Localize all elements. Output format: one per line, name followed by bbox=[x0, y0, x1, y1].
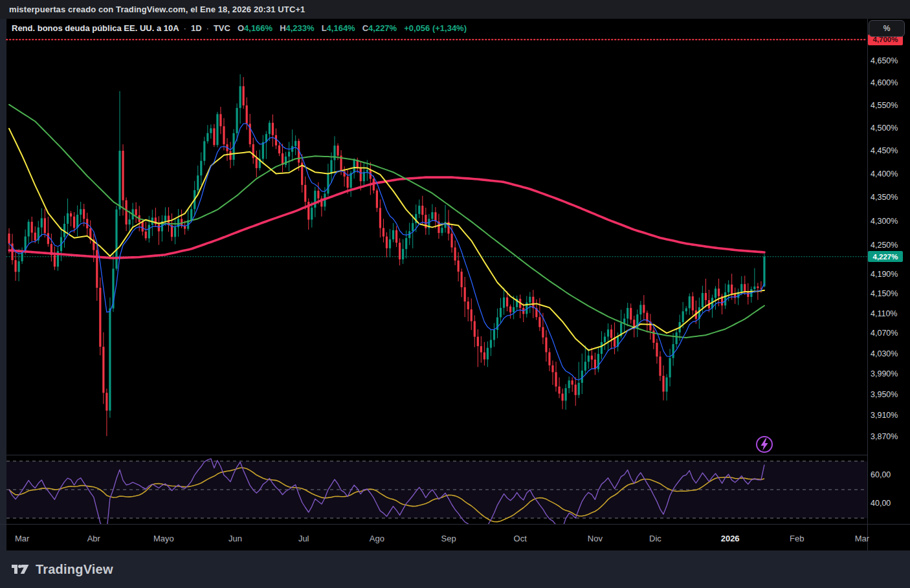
time-tick-label: Abr bbox=[87, 534, 100, 543]
rsi-tick-label: 40,00 bbox=[871, 499, 891, 508]
time-tick-label: Dic bbox=[649, 534, 661, 543]
time-tick-label: Oct bbox=[514, 534, 527, 543]
last-price-label: 4,227% bbox=[868, 251, 903, 262]
legend-separator: · bbox=[184, 23, 186, 33]
candles bbox=[8, 74, 765, 436]
time-tick-label: Mar bbox=[855, 534, 869, 543]
interval-label[interactable]: 1D bbox=[191, 23, 202, 33]
price-tick-label: 3,910% bbox=[871, 411, 898, 420]
time-tick-label: Mar bbox=[15, 534, 29, 543]
tradingview-chart-screenshot: misterpuertas creado con TradingView.com… bbox=[0, 0, 910, 588]
high-key: H bbox=[280, 23, 285, 33]
price-tick-label: 3,990% bbox=[871, 369, 898, 378]
price-tick-label: 4,070% bbox=[871, 329, 898, 338]
low-key: L bbox=[322, 23, 327, 33]
price-tick-label: 4,030% bbox=[871, 349, 898, 358]
time-tick-label: Jun bbox=[228, 534, 242, 543]
time-tick-label: Feb bbox=[790, 534, 804, 543]
symbol-title[interactable]: Rend. bonos deuda pública EE. UU. a 10A bbox=[12, 23, 179, 33]
price-tick-label: 3,870% bbox=[871, 432, 898, 441]
price-tick-label: 4,450% bbox=[871, 146, 898, 155]
price-tick-label: 4,400% bbox=[871, 169, 898, 179]
price-tick-label: 4,250% bbox=[871, 241, 898, 250]
attribution-bar: misterpuertas creado con TradingView.com… bbox=[0, 0, 910, 19]
exchange-label: TVC bbox=[214, 23, 230, 33]
horizontal-lines bbox=[6, 39, 867, 257]
legend-separator: · bbox=[206, 23, 209, 33]
tradingview-wordmark: TradingView bbox=[36, 562, 113, 577]
change-value: +0,056 (+1,34%) bbox=[404, 23, 467, 33]
tradingview-mark-icon bbox=[10, 561, 30, 577]
percent-scale-button[interactable]: % bbox=[869, 20, 905, 37]
rsi-tick-label: 60,00 bbox=[871, 470, 891, 479]
price-tick-label: 4,600% bbox=[871, 78, 898, 87]
chart-canvas[interactable] bbox=[0, 0, 910, 588]
time-tick-label: 2026 bbox=[721, 534, 740, 543]
price-tick-label: 4,350% bbox=[871, 193, 898, 202]
attribution-text: misterpuertas creado con TradingView.com… bbox=[9, 5, 305, 14]
price-tick-label: 4,550% bbox=[871, 101, 898, 110]
high-value: 4,233% bbox=[286, 23, 315, 33]
price-tick-label: 4,650% bbox=[871, 56, 898, 65]
time-tick-label: Ago bbox=[370, 534, 384, 543]
open-value: 4,166% bbox=[244, 23, 272, 33]
symbol-legend[interactable]: Rend. bonos deuda pública EE. UU. a 10A … bbox=[12, 23, 467, 33]
price-tick-label: 4,500% bbox=[871, 124, 898, 133]
price-tick-label: 4,110% bbox=[871, 309, 897, 318]
open-key: O bbox=[238, 23, 244, 33]
lightning-boost-icon[interactable] bbox=[755, 435, 773, 453]
close-key: C bbox=[362, 23, 368, 33]
ma-green-line bbox=[9, 105, 764, 338]
close-value: 4,227% bbox=[368, 23, 397, 33]
price-tick-label: 4,150% bbox=[871, 289, 898, 298]
time-tick-label: Jul bbox=[298, 534, 309, 543]
time-tick-label: Nov bbox=[588, 534, 603, 543]
tradingview-logo[interactable]: TradingView bbox=[10, 561, 113, 577]
price-tick-label: 3,950% bbox=[871, 390, 898, 399]
left-margin bbox=[0, 19, 6, 550]
time-tick-label: Mayo bbox=[153, 534, 174, 543]
price-tick-label: 4,300% bbox=[871, 217, 898, 226]
brand-bar: TradingView bbox=[0, 550, 910, 588]
time-tick-label: Sep bbox=[441, 534, 456, 543]
low-value: 4,164% bbox=[327, 23, 355, 33]
price-tick-label: 4,190% bbox=[871, 270, 898, 279]
